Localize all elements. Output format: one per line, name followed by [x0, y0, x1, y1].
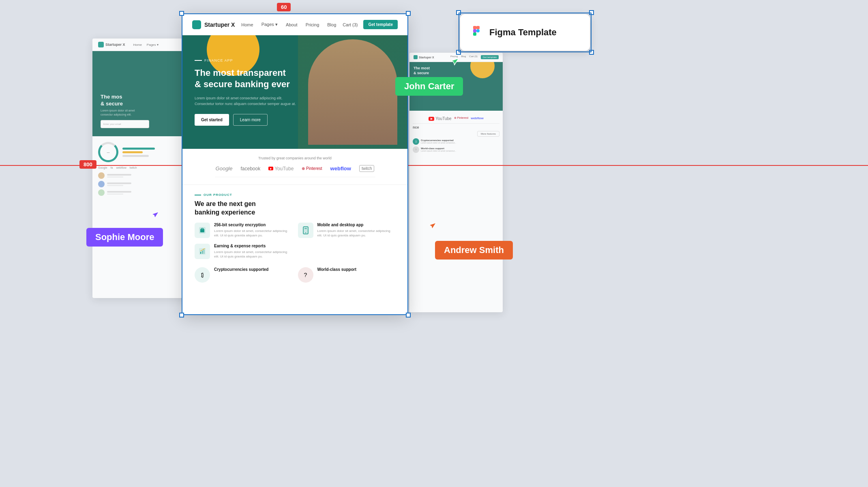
support-icon: ?	[298, 267, 313, 283]
mobile-icon	[298, 223, 313, 238]
bg-right-body: ▶YouTube ⊕ Pinterest webflow nce More fe…	[409, 111, 503, 158]
site-logo-icon	[192, 20, 201, 29]
hero-image-area	[298, 35, 407, 149]
features-grid: 256-bit security encryption Lorem ipsum …	[195, 223, 395, 259]
svg-rect-5	[304, 228, 307, 229]
trusted-divider	[215, 177, 375, 177]
features-bottom-grid: ₿ Cryptocurrencies supported ? World-cla…	[195, 267, 395, 283]
hero-tag-line	[195, 60, 202, 61]
svg-marker-17	[451, 58, 459, 65]
hero-buttons: Get started Learn more	[195, 114, 300, 126]
logo-facebook: facebook	[240, 166, 260, 172]
site-hero: FINANCE APP The most transparent & secur…	[182, 35, 407, 149]
corner-handle	[406, 313, 411, 318]
more-features-btn[interactable]: More features	[477, 131, 499, 137]
hero-tag: FINANCE APP	[195, 58, 300, 62]
bg-crypto-row: ₿ Cryptocurrencies supported Lorem ipsum…	[413, 138, 499, 145]
badge-john-carter: John Carter	[395, 77, 463, 96]
support-feature-text: World-class support	[317, 267, 357, 273]
nav-pricing[interactable]: Pricing	[306, 22, 319, 27]
get-started-button[interactable]: Get started	[195, 114, 229, 126]
figma-icon	[468, 24, 484, 41]
figma-template-title: Figma Template	[489, 27, 557, 38]
cursor-purple	[150, 208, 161, 221]
mobile-feature-text: Mobile and desktop app Lorem ipsum dolor…	[317, 223, 396, 238]
canvas: 800 60 Startuper X Home Pages ▾ The mos&…	[0, 0, 868, 487]
badge-sophie-moore: Sophie Moore	[86, 228, 163, 247]
bg-left-nav: Home Pages ▾	[133, 43, 159, 47]
security-icon	[195, 223, 210, 238]
logo-webflow: webflow	[330, 165, 351, 172]
features-bottom: ₿ Cryptocurrencies supported ? World-cla…	[182, 267, 407, 289]
site-nav: Startuper X Home Pages ▾ About Pricing B…	[182, 14, 407, 35]
svg-rect-10	[204, 249, 204, 254]
learn-more-button[interactable]: Learn more	[233, 114, 268, 126]
hero-title: The most transparent & secure banking ev…	[195, 67, 300, 90]
figma-corner-bl	[456, 50, 461, 55]
bg-right-logos: ▶YouTube ⊕ Pinterest webflow	[413, 116, 499, 121]
hero-tag-text: FINANCE APP	[204, 58, 233, 62]
bg-support-row: ? World-class support Lorem ipsum dolor …	[413, 146, 499, 153]
feature-expenses: Earning & expense reports Lorem ipsum do…	[195, 244, 292, 259]
crypto-feature-text: Cryptocurrencies supported	[214, 267, 268, 273]
nav-pages[interactable]: Pages ▾	[261, 22, 278, 27]
trusted-logos: Google facebook ▶ YouTube ⊕ Pinterest we…	[195, 165, 395, 172]
figma-template-box: Figma Template	[460, 14, 590, 51]
svg-rect-8	[200, 252, 201, 254]
feature-security: 256-bit security encryption Lorem ipsum …	[195, 223, 292, 238]
expenses-feature-text: Earning & expense reports Lorem ipsum do…	[214, 244, 292, 259]
cursor-orange	[427, 219, 439, 232]
bg-left-logo: Startuper X	[98, 42, 125, 47]
bg-email-input[interactable]: Enter your email	[101, 120, 149, 128]
svg-marker-16	[152, 212, 159, 218]
section-tag-line	[195, 195, 201, 195]
hero-person-silhouette	[308, 39, 397, 145]
cart-label: Cart (3)	[343, 22, 358, 27]
bg-section-nce: nce	[413, 125, 499, 129]
badge-andrew-smith: Andrew Smith	[435, 241, 513, 260]
feature-support: ? World-class support	[298, 267, 396, 283]
svg-point-15	[476, 29, 480, 32]
svg-rect-11	[473, 26, 476, 29]
cursor-green	[450, 55, 461, 68]
trusted-title: Trusted by great companies around the wo…	[195, 156, 395, 160]
site-nav-links: Home Pages ▾ About Pricing Blog	[241, 22, 336, 27]
security-feature-text: 256-bit security encryption Lorem ipsum …	[214, 223, 292, 238]
section-title: We are the next gen banking experience	[195, 200, 395, 217]
trusted-section: Trusted by great companies around the wo…	[182, 149, 407, 185]
logo-google: Google	[216, 165, 233, 172]
hero-subtitle: Lorem ipsum dolor sit amet consectetur a…	[195, 95, 300, 107]
nav-home[interactable]: Home	[241, 22, 253, 27]
site-nav-right: Cart (3) Get template	[343, 20, 398, 29]
site-logo: Startuper X	[192, 20, 235, 29]
main-website: Startuper X Home Pages ▾ About Pricing B…	[182, 14, 407, 314]
nav-about[interactable]: About	[286, 22, 298, 27]
svg-rect-12	[473, 29, 476, 32]
section-tag-text: OUR PRODUCT	[204, 193, 232, 197]
svg-marker-18	[429, 223, 436, 229]
expenses-icon	[195, 244, 210, 259]
section-tag: OUR PRODUCT	[195, 193, 395, 197]
get-template-button[interactable]: Get template	[363, 20, 398, 29]
svg-rect-13	[473, 32, 476, 36]
feature-crypto: ₿ Cryptocurrencies supported	[195, 267, 292, 283]
hero-content: FINANCE APP The most transparent & secur…	[182, 58, 312, 126]
products-section: OUR PRODUCT We are the next gen banking …	[182, 185, 407, 267]
measurement-label-800: 800	[79, 160, 96, 169]
figma-corner-tr	[589, 10, 594, 15]
corner-handle	[406, 11, 411, 16]
bg-logo-icon	[98, 42, 104, 47]
site-brand: Startuper X	[204, 21, 235, 28]
measurement-label-60: 60	[277, 3, 291, 11]
circle-chart: —	[98, 142, 118, 162]
feature-mobile: Mobile and desktop app Lorem ipsum dolor…	[298, 223, 396, 238]
bg-logo-text: Startuper X	[105, 43, 125, 47]
crypto-icon: ₿	[195, 267, 210, 283]
logo-youtube: ▶ YouTube	[268, 166, 294, 172]
logo-pinterest: ⊕ Pinterest	[302, 166, 322, 171]
corner-handle	[179, 313, 184, 318]
corner-handle	[179, 11, 184, 16]
figma-corner-tl	[456, 10, 461, 15]
svg-point-6	[305, 232, 306, 233]
nav-blog[interactable]: Blog	[327, 22, 336, 27]
